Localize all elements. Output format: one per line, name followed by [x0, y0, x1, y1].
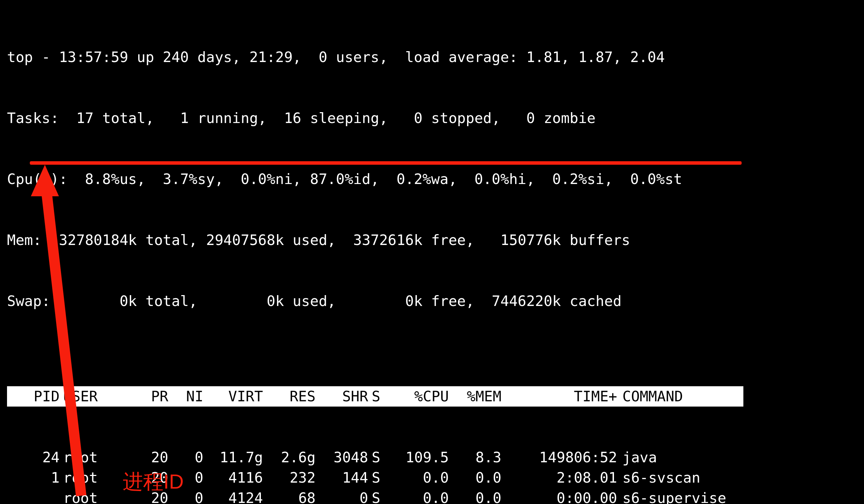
cell-shr: 0 — [316, 488, 368, 504]
col-time: TIME+ — [501, 386, 617, 407]
cell-res: 2.6g — [263, 447, 316, 468]
cell-cmd: java — [617, 447, 742, 468]
cell-shr: 144 — [316, 468, 368, 488]
col-ni: NI — [168, 386, 203, 407]
cell-s: S — [368, 468, 393, 488]
cell-virt: 4116 — [203, 468, 263, 488]
cell-virt: 4124 — [203, 488, 263, 504]
cell-time: 149806:52 — [501, 447, 617, 468]
cell-time: 2:08.01 — [501, 468, 617, 488]
cell-pr: 20 — [137, 447, 168, 468]
col-s: S — [368, 386, 393, 407]
highlight-underline-icon — [30, 161, 742, 165]
cell-mem: 0.0 — [449, 468, 501, 488]
cell-s: S — [368, 447, 393, 468]
cell-virt: 11.7g — [203, 447, 263, 468]
process-table-header: PIDUSERPRNIVIRTRESSHRS%CPU%MEMTIME+COMMA… — [7, 386, 743, 407]
col-pr: PR — [137, 386, 168, 407]
col-shr: SHR — [316, 386, 368, 407]
cell-ni: 0 — [168, 447, 203, 468]
arrow-head-icon — [31, 165, 59, 196]
cell-shr: 3048 — [316, 447, 368, 468]
col-mem: %MEM — [449, 386, 501, 407]
cell-cpu: 109.5 — [393, 447, 449, 468]
cell-cmd: s6-svscan — [617, 468, 742, 488]
top-summary-line4: Mem: 32780184k total, 29407568k used, 33… — [7, 230, 857, 250]
cell-time: 0:00.00 — [501, 488, 617, 504]
cell-mem: 0.0 — [449, 488, 501, 504]
terminal-output[interactable]: top - 13:57:59 up 240 days, 21:29, 0 use… — [0, 0, 864, 504]
cell-res: 232 — [263, 468, 316, 488]
process-row: 24root20011.7g2.6g3048S109.58.3149806:52… — [7, 447, 857, 468]
col-cpu: %CPU — [393, 386, 449, 407]
cell-cpu: 0.0 — [393, 468, 449, 488]
col-cmd: COMMAND — [617, 386, 742, 407]
col-pid: PID — [7, 386, 60, 407]
cell-cpu: 0.0 — [393, 488, 449, 504]
cell-mem: 8.3 — [449, 447, 501, 468]
col-virt: VIRT — [203, 386, 263, 407]
cell-pid: 24 — [7, 447, 60, 468]
cell-pid: 1 — [7, 468, 60, 488]
cell-res: 68 — [263, 488, 316, 504]
cell-cmd: s6-supervise — [617, 488, 742, 504]
annotation-label: 进程ID — [123, 471, 184, 492]
top-summary-line1: top - 13:57:59 up 240 days, 21:29, 0 use… — [7, 47, 857, 67]
col-res: RES — [263, 386, 316, 407]
top-summary-line3: Cpu(s): 8.8%us, 3.7%sy, 0.0%ni, 87.0%id,… — [7, 169, 857, 189]
top-summary-line5: Swap: 0k total, 0k used, 0k free, 744622… — [7, 291, 857, 311]
top-summary-line2: Tasks: 17 total, 1 running, 16 sleeping,… — [7, 108, 857, 128]
cell-s: S — [368, 488, 393, 504]
